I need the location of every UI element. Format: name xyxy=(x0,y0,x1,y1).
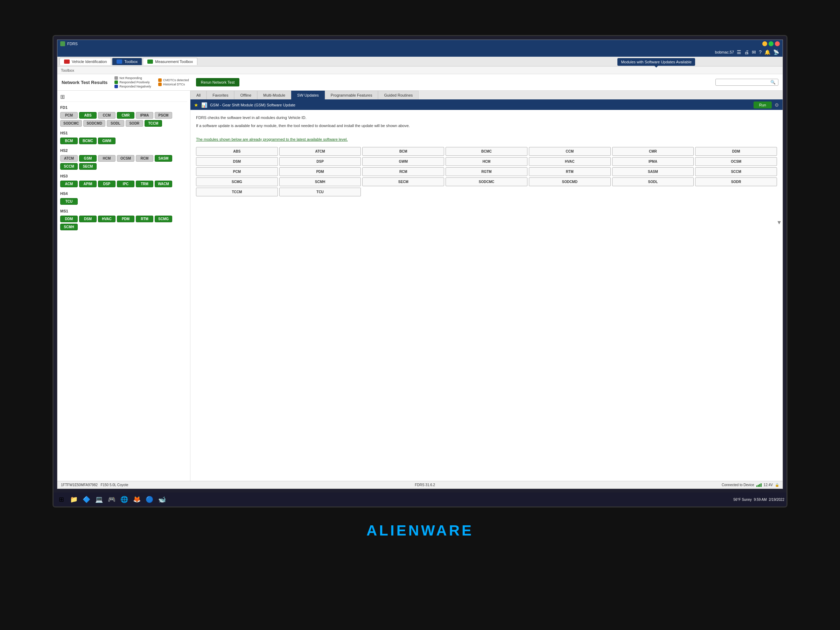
module-cell-ccm[interactable]: CCM xyxy=(529,147,611,156)
module-cell-dsm[interactable]: DSM xyxy=(196,157,278,166)
tab-vehicle-identification[interactable]: Vehicle Identification xyxy=(60,58,111,65)
menu-icon[interactable]: ☰ xyxy=(737,49,741,55)
taskbar-icon-4[interactable]: 🎮 xyxy=(106,494,117,505)
email-icon[interactable]: ✉ xyxy=(752,49,756,55)
module-cell-scmh[interactable]: SCMH xyxy=(279,177,361,186)
help-icon[interactable]: ? xyxy=(759,49,762,55)
tab-offline[interactable]: Offline xyxy=(234,91,257,99)
module-cell-dsp[interactable]: DSP xyxy=(279,157,361,166)
module-cell-bcm[interactable]: BCM xyxy=(362,147,444,156)
module-dsm[interactable]: DSM xyxy=(79,216,96,222)
settings-icon[interactable]: ⚙ xyxy=(775,102,779,108)
module-abs[interactable]: ABS xyxy=(79,112,96,118)
module-cell-atcm[interactable]: ATCM xyxy=(279,147,361,156)
module-cell-tccm[interactable]: TCCM xyxy=(196,188,278,196)
taskbar-icon-8[interactable]: 🐋 xyxy=(156,494,167,505)
module-sccm[interactable]: SCCM xyxy=(60,163,78,170)
module-cell-ipma[interactable]: IPMA xyxy=(612,157,694,166)
module-ipma[interactable]: IPMA xyxy=(136,112,153,118)
module-cell-sodcmd[interactable]: SODCMD xyxy=(529,177,611,186)
module-cell-secm[interactable]: SECM xyxy=(362,177,444,186)
module-cell-pdm[interactable]: PDM xyxy=(279,167,361,176)
module-gwm[interactable]: GWM xyxy=(98,137,115,144)
start-button[interactable]: ⊞ xyxy=(56,494,67,505)
search-input[interactable] xyxy=(718,80,771,84)
module-atcm[interactable]: ATCM xyxy=(60,155,78,162)
module-cell-rtm[interactable]: RTM xyxy=(529,167,611,176)
module-cell-sodr[interactable]: SODR xyxy=(695,177,777,186)
tab-all[interactable]: All xyxy=(190,91,207,99)
module-trm[interactable]: TRM xyxy=(136,181,153,187)
module-rtm[interactable]: RTM xyxy=(136,216,153,222)
module-acm[interactable]: ACM xyxy=(60,181,78,187)
module-ocsm[interactable]: OCSM xyxy=(117,155,134,162)
module-sodcmc[interactable]: SODCMC xyxy=(60,120,82,127)
module-wacm[interactable]: WACM xyxy=(155,181,172,187)
module-secm[interactable]: SECM xyxy=(79,163,96,170)
module-cell-pcm[interactable]: PCM xyxy=(196,167,278,176)
module-rcm[interactable]: RCM xyxy=(136,155,153,162)
module-cell-hcm[interactable]: HCM xyxy=(445,157,527,166)
maximize-button[interactable] xyxy=(769,41,774,46)
module-cell-abs[interactable]: ABS xyxy=(196,147,278,156)
tab-sw-updates[interactable]: SW Updates xyxy=(291,91,325,99)
module-cell-bcmc[interactable]: BCMC xyxy=(445,147,527,156)
rerun-network-test-button[interactable]: Rerun Network Test xyxy=(196,78,239,87)
module-bcm[interactable]: BCM xyxy=(60,137,78,144)
module-scmh[interactable]: SCMH xyxy=(60,224,78,230)
module-cell-sodl[interactable]: SODL xyxy=(612,177,694,186)
module-cmr[interactable]: CMR xyxy=(117,112,134,118)
module-cell-sccm[interactable]: SCCM xyxy=(695,167,777,176)
module-ipc[interactable]: IPC xyxy=(117,181,134,187)
module-pscm[interactable]: PSCM xyxy=(155,112,172,118)
module-sodl[interactable]: SODL xyxy=(107,120,124,127)
module-ddm[interactable]: DDM xyxy=(60,216,78,222)
module-cell-sodcmc[interactable]: SODCMC xyxy=(445,177,527,186)
module-cell-hvac[interactable]: HVAC xyxy=(529,157,611,166)
module-bcmc[interactable]: BCMC xyxy=(79,137,96,144)
module-sodcmd[interactable]: SODCMD xyxy=(83,120,105,127)
module-pcm[interactable]: PCM xyxy=(60,112,78,118)
star-icon[interactable]: ★ xyxy=(194,102,199,108)
taskbar-files[interactable]: 📁 xyxy=(68,494,79,505)
module-tccm[interactable]: TCCM xyxy=(145,120,162,127)
module-dsp[interactable]: DSP xyxy=(98,181,115,187)
module-cell-cmr[interactable]: CMR xyxy=(612,147,694,156)
bell-icon[interactable]: 🔔 xyxy=(764,49,771,55)
taskbar-icon-5[interactable]: 🌐 xyxy=(118,494,130,505)
taskbar-icon-3[interactable]: 💻 xyxy=(93,494,105,505)
module-cell-rgtm[interactable]: RGTM xyxy=(445,167,527,176)
module-cell-rcm[interactable]: RCM xyxy=(362,167,444,176)
tab-multi-module[interactable]: Multi-Module xyxy=(257,91,291,99)
module-sodr[interactable]: SODR xyxy=(126,120,143,127)
minimize-button[interactable] xyxy=(762,41,767,46)
print-icon[interactable]: 🖨 xyxy=(744,49,749,55)
module-gsm[interactable]: GSM xyxy=(79,155,96,162)
tab-guided-routines[interactable]: Guided Routines xyxy=(378,91,418,99)
taskbar-icon-2[interactable]: 🔷 xyxy=(81,494,92,505)
module-ccm[interactable]: CCM xyxy=(98,112,115,118)
module-scmg[interactable]: SCMG xyxy=(155,216,172,222)
taskbar-icon-7[interactable]: 🔵 xyxy=(144,494,155,505)
module-sasm[interactable]: SASM xyxy=(155,155,172,162)
module-cell-ocsm[interactable]: OCSM xyxy=(695,157,777,166)
module-cell-gwm[interactable]: GWM xyxy=(362,157,444,166)
taskbar-icon-6[interactable]: 🦊 xyxy=(131,494,142,505)
search-icon[interactable]: 🔍 xyxy=(771,80,775,85)
close-button[interactable] xyxy=(775,41,780,46)
tab-toolbox[interactable]: Toolbox xyxy=(112,58,142,65)
tab-measurement[interactable]: Measurement Toolbox xyxy=(143,58,197,65)
module-tcu[interactable]: TCU xyxy=(60,198,78,205)
wifi-icon[interactable]: 📡 xyxy=(773,49,779,55)
module-cell-tcu[interactable]: TCU xyxy=(279,188,361,196)
module-hcm[interactable]: HCM xyxy=(98,155,115,162)
module-cell-sasm[interactable]: SASM xyxy=(612,167,694,176)
modules-already-updated-link[interactable]: The modules shown below are already prog… xyxy=(196,136,777,142)
run-button[interactable]: Run xyxy=(753,101,772,109)
module-cell-scmg[interactable]: SCMG xyxy=(196,177,278,186)
module-pdm[interactable]: PDM xyxy=(117,216,134,222)
module-apim[interactable]: APIM xyxy=(79,181,96,187)
tab-favorites[interactable]: Favorites xyxy=(207,91,234,99)
module-cell-ddm[interactable]: DDM xyxy=(695,147,777,156)
module-hvac[interactable]: HVAC xyxy=(98,216,115,222)
